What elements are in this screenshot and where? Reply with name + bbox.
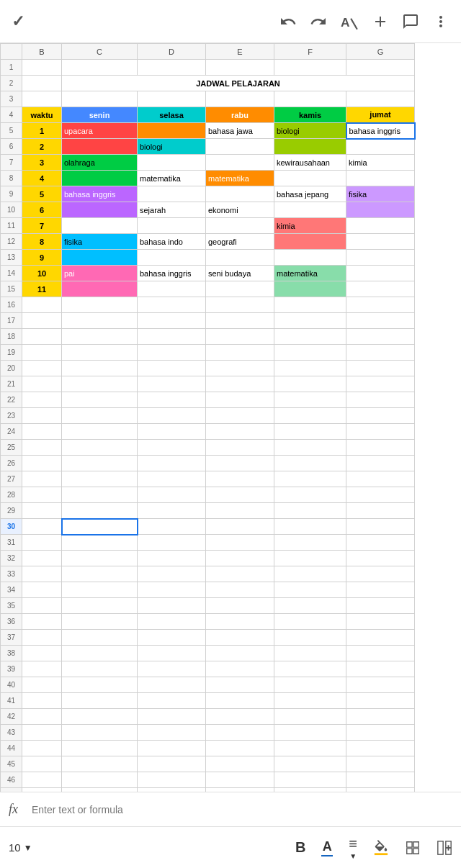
cell-b6[interactable]: 2	[22, 139, 62, 155]
cell-e3[interactable]	[206, 91, 274, 107]
insert-table-button[interactable]	[405, 840, 421, 856]
cell-d10[interactable]: sejarah	[138, 202, 206, 218]
cell-c4[interactable]: senin	[62, 107, 138, 123]
cell-c14[interactable]: pai	[62, 266, 138, 281]
cell-b5[interactable]: 1	[22, 123, 62, 139]
cell-d4[interactable]: selasa	[138, 107, 206, 123]
cell-g8[interactable]	[346, 171, 415, 186]
cell-c1[interactable]	[62, 60, 138, 76]
comment-button[interactable]	[402, 13, 419, 30]
cell-c3[interactable]	[62, 91, 138, 107]
cell-e1[interactable]	[206, 60, 274, 76]
cell-d5[interactable]	[138, 123, 206, 139]
cell-b10[interactable]: 6	[22, 202, 62, 218]
cell-f8[interactable]	[274, 171, 346, 186]
cell-e10[interactable]: ekonomi	[206, 202, 274, 218]
cell-g5[interactable]: bahasa inggris	[346, 123, 415, 139]
cell-f6[interactable]	[274, 139, 346, 155]
cell-e4[interactable]: rabu	[206, 107, 274, 123]
cell-g3[interactable]	[346, 91, 415, 107]
cell-b4[interactable]: waktu	[22, 107, 62, 123]
font-size-selector[interactable]: 10 ▼	[9, 841, 32, 854]
col-header-b[interactable]: B	[22, 44, 62, 60]
insert-column-button[interactable]	[437, 840, 452, 856]
cell-g13[interactable]	[346, 250, 415, 266]
cell-b3[interactable]	[22, 91, 62, 107]
cell-d12[interactable]: bahasa indo	[138, 234, 206, 250]
cell-b12[interactable]: 8	[22, 234, 62, 250]
cell-d8[interactable]: matematika	[138, 171, 206, 186]
cell-g14[interactable]	[346, 266, 415, 281]
cell-f13[interactable]	[274, 250, 346, 266]
cell-c6[interactable]	[62, 139, 138, 155]
fill-color-button[interactable]	[373, 840, 389, 856]
add-button[interactable]	[372, 13, 389, 30]
cell-b1[interactable]	[22, 60, 62, 76]
cell-b11[interactable]: 7	[22, 218, 62, 234]
cell-f11[interactable]: kimia	[274, 218, 346, 234]
cell-f12[interactable]	[274, 234, 346, 250]
cell-e9[interactable]	[206, 186, 274, 202]
cell-e7[interactable]	[206, 155, 274, 171]
cell-f15[interactable]	[274, 281, 346, 297]
cell-c13[interactable]	[62, 250, 138, 266]
cell-g15[interactable]	[346, 281, 415, 297]
col-header-c[interactable]: C	[62, 44, 138, 60]
undo-button[interactable]	[279, 13, 297, 30]
cell-d3[interactable]	[138, 91, 206, 107]
cell-g7[interactable]: kimia	[346, 155, 415, 171]
cell-g12[interactable]	[346, 234, 415, 250]
formula-input[interactable]	[32, 804, 452, 815]
cell-f5[interactable]: biologi	[274, 123, 346, 139]
cell-f7[interactable]: kewirausahaan	[274, 155, 346, 171]
cell-e14[interactable]: seni budaya	[206, 266, 274, 281]
cell-e15[interactable]	[206, 281, 274, 297]
col-header-d[interactable]: D	[138, 44, 206, 60]
more-button[interactable]	[432, 13, 449, 30]
cell-d11[interactable]	[138, 218, 206, 234]
cell-g30[interactable]	[346, 519, 415, 535]
cell-b7[interactable]: 3	[22, 155, 62, 171]
cell-c5[interactable]: upacara	[62, 123, 138, 139]
cell-e6[interactable]	[206, 139, 274, 155]
cell-e13[interactable]	[206, 250, 274, 266]
cell-c8[interactable]	[62, 171, 138, 186]
cell-e30[interactable]	[206, 519, 274, 535]
cell-c11[interactable]	[62, 218, 138, 234]
cell-b8[interactable]: 4	[22, 171, 62, 186]
cell-f3[interactable]	[274, 91, 346, 107]
cell-g6[interactable]	[346, 139, 415, 155]
cell-b9[interactable]: 5	[22, 186, 62, 202]
cell-d14[interactable]: bahasa inggris	[138, 266, 206, 281]
font-size-dropdown-icon[interactable]: ▼	[24, 843, 32, 853]
cell-b14[interactable]: 10	[22, 266, 62, 281]
cell-e12[interactable]: geografi	[206, 234, 274, 250]
underline-button[interactable]: A	[321, 839, 333, 856]
cell-c7[interactable]: olahraga	[62, 155, 138, 171]
cell-f1[interactable]	[274, 60, 346, 76]
cell-b13[interactable]: 9	[22, 250, 62, 266]
cell-c10[interactable]	[62, 202, 138, 218]
cell-d6[interactable]: biologi	[138, 139, 206, 155]
cell-c9[interactable]: bahasa inggris	[62, 186, 138, 202]
align-button[interactable]: ≡ ▼	[349, 836, 357, 860]
cell-d13[interactable]	[138, 250, 206, 266]
cell-f30[interactable]	[274, 519, 346, 535]
cell-d1[interactable]	[138, 60, 206, 76]
cell-g9[interactable]: fisika	[346, 186, 415, 202]
cell-c30[interactable]	[62, 519, 138, 535]
redo-button[interactable]	[310, 13, 327, 30]
col-header-e[interactable]: E	[206, 44, 274, 60]
cell-e11[interactable]	[206, 218, 274, 234]
checkmark-button[interactable]: ✓	[12, 12, 24, 31]
cell-e8[interactable]: matematika	[206, 171, 274, 186]
format-text-button[interactable]: A	[340, 12, 359, 31]
cell-b30[interactable]	[22, 519, 62, 535]
bold-button[interactable]: B	[295, 839, 305, 856]
sheet-table-wrapper[interactable]: B C D E F G 1	[0, 43, 461, 792]
cell-g10[interactable]	[346, 202, 415, 218]
cell-f9[interactable]: bahasa jepang	[274, 186, 346, 202]
cell-f4[interactable]: kamis	[274, 107, 346, 123]
cell-d7[interactable]	[138, 155, 206, 171]
cell-f10[interactable]	[274, 202, 346, 218]
